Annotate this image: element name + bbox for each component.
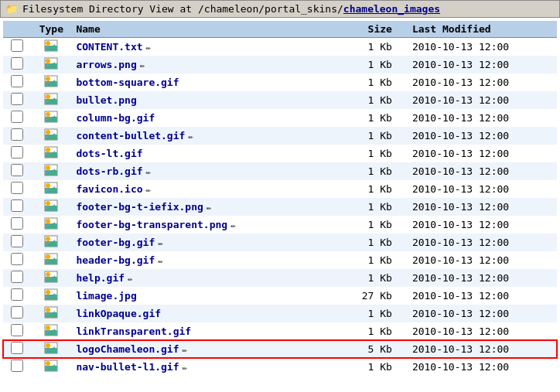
- path-segment-1: /chameleon/portal_skins/: [198, 3, 343, 15]
- file-name-cell[interactable]: linkTransparent.gif: [71, 322, 333, 340]
- edit-pencil-icon[interactable]: ✏: [158, 238, 163, 248]
- edit-pencil-icon[interactable]: ✏: [207, 203, 212, 213]
- file-name-link[interactable]: favicon.ico: [76, 183, 142, 195]
- file-type-icon: [31, 91, 71, 109]
- file-type-icon: [31, 358, 71, 376]
- edit-pencil-icon[interactable]: ✏: [146, 185, 152, 195]
- row-checkbox[interactable]: [11, 360, 23, 372]
- row-checkbox[interactable]: [11, 271, 23, 283]
- file-name-link[interactable]: nav-bullet-l1.gif: [76, 361, 179, 373]
- file-name-cell[interactable]: column-bg.gif: [71, 109, 333, 127]
- svg-point-34: [46, 183, 50, 188]
- row-checkbox[interactable]: [11, 146, 23, 159]
- svg-point-70: [46, 343, 50, 348]
- edit-pencil-icon[interactable]: ✏: [183, 363, 188, 373]
- file-size: 1 Kb: [333, 109, 408, 127]
- file-name-cell[interactable]: arrows.png✏: [71, 56, 333, 73]
- file-name-cell[interactable]: help.gif✏: [71, 269, 333, 287]
- file-name-cell[interactable]: nav-bullet-l1.gif✏: [71, 358, 333, 376]
- file-name-cell[interactable]: bullet.png: [71, 91, 333, 109]
- file-name-link[interactable]: help.gif: [76, 272, 125, 284]
- row-checkbox[interactable]: [11, 342, 23, 354]
- file-name-link[interactable]: header-bg.gif: [76, 254, 155, 266]
- file-type-icon: [31, 269, 71, 287]
- file-name-cell[interactable]: limage.jpg: [71, 287, 333, 305]
- file-name-link[interactable]: bottom-square.gif: [76, 77, 179, 88]
- file-type-icon: [31, 198, 71, 216]
- table-row: help.gif✏1 Kb2010-10-13 12:00: [3, 269, 557, 287]
- row-checkbox[interactable]: [11, 199, 23, 212]
- file-name-cell[interactable]: footer-bg.gif✏: [71, 233, 333, 251]
- file-size: 1 Kb: [333, 145, 408, 162]
- file-name-cell[interactable]: dots-lt.gif: [71, 145, 333, 162]
- svg-point-2: [46, 41, 50, 46]
- row-checkbox[interactable]: [11, 57, 23, 70]
- file-name-link[interactable]: content-bullet.gif: [76, 130, 185, 141]
- table-row: linkTransparent.gif1 Kb2010-10-13 12:00: [3, 322, 557, 340]
- row-checkbox[interactable]: [11, 164, 23, 176]
- file-name-cell[interactable]: content-bullet.gif✏: [71, 127, 333, 145]
- file-name-cell[interactable]: bottom-square.gif: [71, 73, 333, 91]
- row-checkbox[interactable]: [11, 288, 23, 301]
- svg-point-46: [46, 237, 50, 241]
- edit-pencil-icon[interactable]: ✏: [128, 274, 133, 284]
- file-name-link[interactable]: bullet.png: [76, 94, 136, 106]
- col-header-modified[interactable]: Last Modified: [408, 21, 557, 38]
- file-type-icon: [31, 340, 71, 358]
- file-name-cell[interactable]: linkOpaque.gif: [71, 305, 333, 322]
- file-name-link[interactable]: column-bg.gif: [76, 112, 155, 124]
- file-size: 1 Kb: [333, 56, 408, 73]
- row-checkbox[interactable]: [11, 253, 23, 265]
- edit-pencil-icon[interactable]: ✏: [183, 345, 188, 355]
- directory-table: Type Name Size Last Modified CONTENT.txt…: [3, 21, 557, 376]
- file-name-link[interactable]: footer-bg.gif: [76, 237, 155, 248]
- row-checkbox[interactable]: [11, 182, 23, 194]
- row-checkbox[interactable]: [11, 324, 23, 336]
- file-name-link[interactable]: dots-lt.gif: [76, 148, 142, 159]
- edit-pencil-icon[interactable]: ✏: [140, 60, 145, 70]
- edit-pencil-icon[interactable]: ✏: [146, 43, 152, 53]
- file-name-cell[interactable]: favicon.ico✏: [71, 180, 333, 198]
- path-segment-2[interactable]: chameleon_images: [343, 3, 440, 15]
- file-name-cell[interactable]: header-bg.gif✏: [71, 251, 333, 269]
- file-name-cell[interactable]: logoChameleon.gif✏: [71, 340, 333, 358]
- row-checkbox[interactable]: [11, 111, 23, 123]
- col-header-name[interactable]: Name: [71, 21, 333, 38]
- col-header-size[interactable]: Size: [333, 21, 408, 38]
- file-modified: 2010-10-13 12:00: [408, 269, 557, 287]
- row-checkbox[interactable]: [11, 306, 23, 319]
- row-checkbox[interactable]: [11, 93, 23, 105]
- file-name-link[interactable]: arrows.png: [76, 59, 136, 70]
- edit-pencil-icon[interactable]: ✏: [158, 256, 163, 266]
- file-size: 1 Kb: [333, 127, 408, 145]
- table-row: footer-bg.gif✏1 Kb2010-10-13 12:00: [3, 233, 557, 251]
- file-name-cell[interactable]: CONTENT.txt✏: [71, 38, 333, 56]
- title-bar: 📁 Filesystem Directory View at /chameleo…: [0, 0, 560, 18]
- file-name-link[interactable]: footer-bg-transparent.png: [76, 219, 227, 230]
- table-row: bullet.png1 Kb2010-10-13 12:00: [3, 91, 557, 109]
- table-row: header-bg.gif✏1 Kb2010-10-13 12:00: [3, 251, 557, 269]
- row-checkbox[interactable]: [11, 128, 23, 141]
- file-name-cell[interactable]: footer-bg-t-iefix.png✏: [71, 198, 333, 216]
- file-modified: 2010-10-13 12:00: [408, 145, 557, 162]
- file-name-link[interactable]: linkOpaque.gif: [76, 308, 161, 319]
- svg-point-10: [46, 77, 50, 81]
- row-checkbox[interactable]: [11, 235, 23, 247]
- edit-pencil-icon[interactable]: ✏: [230, 220, 236, 230]
- table-row: footer-bg-transparent.png✏1 Kb2010-10-13…: [3, 216, 557, 233]
- file-name-link[interactable]: logoChameleon.gif: [76, 343, 179, 355]
- row-checkbox[interactable]: [11, 217, 23, 230]
- file-name-link[interactable]: CONTENT.txt: [76, 41, 142, 53]
- file-name-link[interactable]: footer-bg-t-iefix.png: [76, 201, 203, 213]
- file-name-cell[interactable]: footer-bg-transparent.png✏: [71, 216, 333, 233]
- file-name-link[interactable]: dots-rb.gif: [76, 165, 142, 177]
- file-name-link[interactable]: linkTransparent.gif: [76, 326, 191, 337]
- edit-pencil-icon[interactable]: ✏: [146, 167, 152, 177]
- row-checkbox[interactable]: [11, 75, 23, 87]
- edit-pencil-icon[interactable]: ✏: [188, 131, 193, 141]
- file-type-icon: [31, 38, 71, 56]
- table-row: bottom-square.gif1 Kb2010-10-13 12:00: [3, 73, 557, 91]
- file-name-cell[interactable]: dots-rb.gif✏: [71, 162, 333, 180]
- file-name-link[interactable]: limage.jpg: [76, 290, 136, 302]
- row-checkbox[interactable]: [11, 39, 23, 52]
